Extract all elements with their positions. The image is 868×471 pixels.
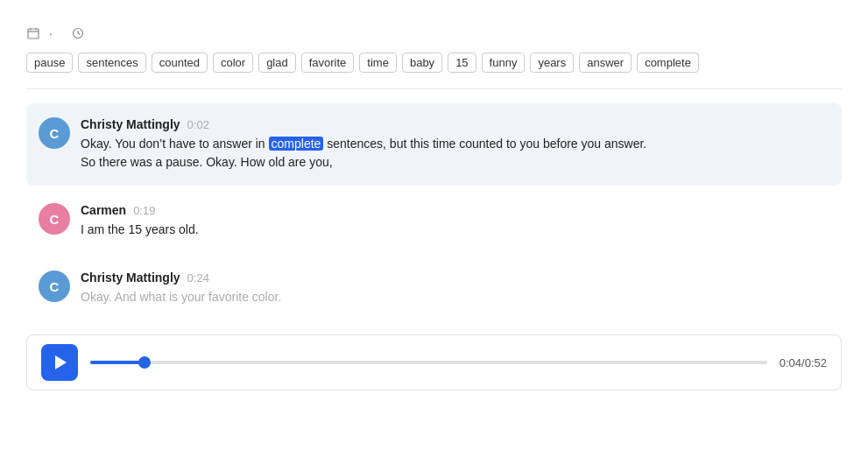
keyword-tag: baby [402,53,442,73]
message-block: CCarmen0:19I am the 15 years old. [26,189,842,253]
message-timestamp: 0:24 [187,271,209,285]
play-button[interactable] [41,344,78,381]
message-timestamp: 0:02 [187,118,209,131]
message-text: Okay. And what is your favorite color. [81,288,829,306]
keyword-tag: glad [258,53,296,73]
keyword-tag: favorite [301,53,355,73]
message-timestamp: 0:19 [133,204,155,217]
svg-rect-0 [28,29,39,39]
conversation: CChristy Mattingly0:02Okay. You don’t ha… [26,103,842,324]
speaker-name: Christy Mattingly [81,117,180,131]
keyword-tag: funny [482,53,526,73]
time-display: 0:04/0:52 [780,356,827,369]
avatar: C [39,203,70,235]
audio-player: 0:04/0:52 [26,334,842,390]
highlighted-word: complete [269,137,324,151]
message-content: Christy Mattingly0:24Okay. And what is y… [81,271,829,306]
keyword-tag: time [359,53,397,73]
meta-left: · [26,26,89,40]
message-content: Christy Mattingly0:02Okay. You don’t hav… [81,117,829,172]
progress-thumb [138,356,151,369]
message-block: CChristy Mattingly0:24Okay. And what is … [26,257,842,320]
message-header: Christy Mattingly0:24 [81,271,829,285]
message-block: CChristy Mattingly0:02Okay. You don’t ha… [26,103,842,186]
keyword-tag: pause [26,53,73,73]
keyword-tag: complete [637,53,699,73]
keyword-tag: years [530,53,574,73]
avatar: C [39,117,70,149]
date-item: · [26,26,57,40]
message-text: I am the 15 years old. [81,221,829,239]
divider [26,88,842,89]
keyword-tag: answer [579,53,632,73]
clock-icon [71,26,85,40]
speaker-name: Christy Mattingly [81,271,180,285]
time-text: · [49,26,53,40]
keyword-tag: counted [152,53,208,73]
svg-line-6 [78,33,81,35]
keywords-list: pausesentencescountedcolorgladfavoriteti… [26,53,842,73]
progress-bar[interactable] [90,361,767,364]
keyword-tag: color [213,53,253,73]
message-header: Christy Mattingly0:02 [81,117,829,131]
calendar-icon [26,26,40,40]
duration-item [71,26,89,40]
meta-row: · [26,26,842,40]
avatar: C [39,271,70,302]
message-header: Carmen0:19 [81,203,829,217]
keywords-section: pausesentencescountedcolorgladfavoriteti… [26,53,842,73]
progress-fill [90,361,145,364]
keyword-tag: 15 [448,53,476,73]
message-text: Okay. You don’t have to answer in comple… [81,135,829,172]
speaker-name: Carmen [81,203,126,217]
keyword-tag: sentences [78,53,145,73]
message-content: Carmen0:19I am the 15 years old. [81,203,829,239]
play-icon [55,355,67,369]
